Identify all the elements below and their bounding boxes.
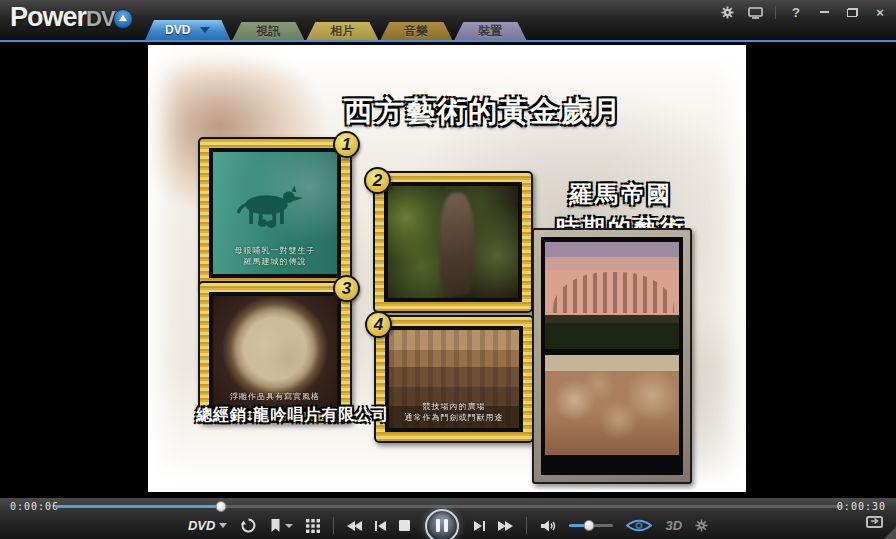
battle-painting-image	[545, 355, 679, 455]
pause-icon	[436, 519, 440, 532]
menu-grid-icon[interactable]	[306, 519, 320, 533]
chapter-4-caption-line1: 競技場內的廣場	[389, 401, 519, 412]
tab-video[interactable]: 視訊	[232, 22, 304, 40]
truetheater-eye-icon[interactable]	[626, 518, 652, 533]
seek-bar[interactable]	[55, 505, 844, 508]
settings-gear-icon[interactable]	[719, 5, 735, 19]
rewind-button[interactable]	[347, 521, 362, 531]
repeat-icon[interactable]	[240, 517, 257, 534]
3d-mode-button[interactable]: 3D	[665, 518, 682, 533]
chapter-3-thumbnail[interactable]: 3 浮雕作品具有寫實風格	[198, 281, 352, 423]
statue-shape	[440, 193, 474, 296]
app-logo: PowerDVD	[10, 2, 129, 33]
chapter-3-number: 3	[333, 275, 360, 302]
up-arrow-icon	[119, 15, 127, 21]
tab-music-label: 音樂	[404, 23, 428, 40]
controls-divider	[333, 517, 334, 534]
upgrade-button[interactable]	[113, 9, 133, 29]
tab-dvd[interactable]: DVD	[145, 20, 230, 40]
chapter-2-thumbnail[interactable]: 2	[373, 171, 533, 313]
controls-divider	[526, 517, 527, 534]
tab-music[interactable]: 音樂	[380, 22, 452, 40]
chapter-4-image: 競技場內的廣場 通常作為鬥劍或鬥獸用途	[385, 326, 523, 432]
help-button[interactable]: ?	[788, 5, 804, 19]
tv-mode-icon[interactable]	[747, 5, 763, 19]
chapter-1-number: 1	[333, 131, 360, 158]
chapter-1-caption-line2: 羅馬建城的傳說	[213, 256, 337, 267]
playback-control-bar: 0:00:06 0:00:30 DVD	[0, 497, 896, 539]
tab-photo-label: 相片	[330, 23, 354, 40]
volume-slider[interactable]	[569, 524, 613, 527]
tab-device-label: 裝置	[478, 23, 502, 40]
3d-settings-gear-icon[interactable]	[695, 519, 708, 532]
dvd-menu-title: 西方藝術的黃金歲月	[344, 92, 614, 132]
window-controls-divider	[775, 6, 776, 19]
bookmark-icon[interactable]	[270, 518, 293, 533]
powerdvd-window: PowerDVD DVD 視訊 相片 音樂 裝置	[0, 0, 896, 539]
title-bar: PowerDVD DVD 視訊 相片 音樂 裝置	[0, 0, 896, 42]
media-tab-bar: DVD 視訊 相片 音樂 裝置	[145, 20, 528, 40]
chapter-2-image	[384, 182, 522, 302]
chapter-1-image: 母狼哺乳一對雙生子 羅馬建城的傳說	[209, 148, 341, 278]
chapter-1-caption-line1: 母狼哺乳一對雙生子	[213, 245, 337, 256]
subtitle-line1: 羅馬帝國	[556, 177, 686, 211]
she-wolf-icon	[230, 176, 307, 239]
3d-label: 3D	[665, 518, 682, 533]
mute-speaker-icon[interactable]	[540, 519, 556, 533]
dvd-menu-video[interactable]: 西方藝術的黃金歲月 羅馬帝國 時期的藝術 1	[148, 45, 746, 492]
tab-photo[interactable]: 相片	[306, 22, 378, 40]
colosseum-exterior-image	[545, 242, 679, 349]
fast-forward-button[interactable]	[498, 521, 513, 531]
logo-power: Power	[10, 2, 86, 32]
distributor-text: 總經銷:龍吟唱片有限公司	[196, 405, 389, 426]
next-chapter-button[interactable]	[474, 521, 485, 531]
source-select-label: DVD	[188, 518, 215, 533]
right-collage-panel	[532, 228, 692, 484]
video-stage: 西方藝術的黃金歲月 羅馬帝國 時期的藝術 1	[0, 44, 896, 497]
chapter-1-thumbnail[interactable]: 1	[198, 137, 352, 289]
chevron-down-icon	[219, 523, 227, 528]
chapter-4-caption-line2: 通常作為鬥劍或鬥獸用途	[389, 412, 519, 423]
chevron-down-icon	[200, 27, 210, 33]
tab-video-label: 視訊	[256, 23, 280, 40]
window-controls: ? ×	[719, 5, 888, 19]
seek-bar-fill	[55, 505, 221, 508]
chapter-2-number: 2	[364, 167, 391, 194]
minimize-button[interactable]	[816, 5, 832, 19]
restore-button[interactable]	[844, 5, 860, 19]
resize-grip[interactable]	[884, 527, 896, 539]
previous-chapter-button[interactable]	[375, 521, 386, 531]
chapter-4-thumbnail[interactable]: 4 競技場內的廣場 通常作為鬥劍或鬥獸用途	[374, 315, 534, 443]
tab-device[interactable]: 裝置	[454, 22, 526, 40]
tab-dvd-label: DVD	[165, 23, 190, 37]
collage-inner-frame	[541, 237, 683, 475]
transport-controls: DVD	[0, 511, 896, 539]
chapter-3-image: 浮雕作品具有寫實風格	[209, 292, 341, 412]
chapter-4-number: 4	[365, 311, 392, 338]
source-select-button[interactable]: DVD	[188, 518, 227, 533]
close-button[interactable]: ×	[872, 5, 888, 19]
pause-button[interactable]	[425, 509, 459, 539]
chapter-3-caption: 浮雕作品具有寫實風格	[213, 391, 337, 402]
chevron-down-icon	[285, 524, 293, 528]
volume-handle[interactable]	[584, 520, 595, 531]
stop-button[interactable]	[399, 520, 410, 531]
display-switch-icon[interactable]	[864, 514, 884, 529]
